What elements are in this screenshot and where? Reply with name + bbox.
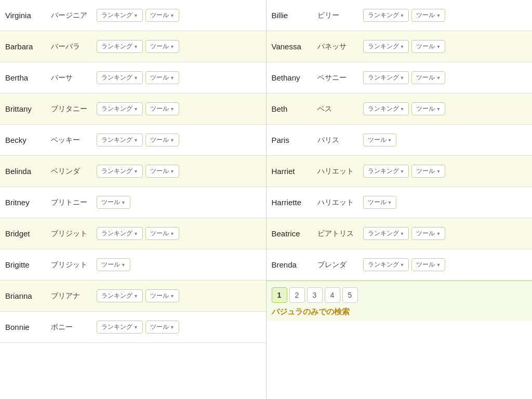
dropdown-arrow: ▼ <box>388 138 392 143</box>
dropdown-arrow: ▼ <box>121 262 126 268</box>
japanese-name: ハリエット <box>317 198 359 207</box>
ranking-button[interactable]: ランキング ▼ <box>363 9 409 22</box>
button-group: ランキング ▼ツール ▼ <box>97 40 179 53</box>
tool-button[interactable]: ツール ▼ <box>97 196 130 209</box>
japanese-name: ベリンダ <box>51 167 92 176</box>
dropdown-arrow: ▼ <box>436 13 441 18</box>
english-name: Britney <box>5 198 47 207</box>
tool-button[interactable]: ツール ▼ <box>363 196 397 209</box>
ranking-button[interactable]: ランキング ▼ <box>97 102 143 115</box>
dropdown-arrow: ▼ <box>134 294 138 299</box>
tool-button[interactable]: ツール ▼ <box>145 227 179 240</box>
tool-button[interactable]: ツール ▼ <box>411 165 445 178</box>
table-row: Britneyブリトニーツール ▼ <box>0 187 266 218</box>
dropdown-arrow: ▼ <box>436 107 441 112</box>
ranking-button[interactable]: ランキング ▼ <box>97 71 143 84</box>
english-name: Brittany <box>5 104 47 113</box>
button-group: ランキング ▼ツール ▼ <box>97 71 179 84</box>
dropdown-arrow: ▼ <box>388 200 392 205</box>
japanese-name: ベッキー <box>51 136 92 145</box>
japanese-name: ベサニー <box>317 73 359 83</box>
dropdown-arrow: ▼ <box>170 325 175 330</box>
ranking-button[interactable]: ランキング ▼ <box>363 165 409 178</box>
pagination: 12345 <box>272 287 527 303</box>
japanese-name: バージニア <box>51 11 92 20</box>
button-group: ランキング ▼ツール ▼ <box>97 289 179 302</box>
dropdown-arrow: ▼ <box>170 294 175 299</box>
dropdown-arrow: ▼ <box>400 107 405 112</box>
dropdown-arrow: ▼ <box>134 44 138 49</box>
pagination-area: 12345バジュラのみでの検索 <box>267 281 533 321</box>
button-group: ランキング ▼ツール ▼ <box>97 9 179 22</box>
page-button[interactable]: 3 <box>307 287 323 303</box>
button-group: ランキング ▼ツール ▼ <box>97 321 179 334</box>
ranking-button[interactable]: ランキング ▼ <box>97 227 143 240</box>
tool-button[interactable]: ツール ▼ <box>145 165 179 178</box>
table-row: Briannaブリアナランキング ▼ツール ▼ <box>0 281 266 312</box>
dropdown-arrow: ▼ <box>170 44 175 49</box>
table-row: Harrietteハリエットツール ▼ <box>267 187 533 218</box>
table-row: Beckyベッキーランキング ▼ツール ▼ <box>0 125 266 156</box>
dropdown-arrow: ▼ <box>400 231 405 236</box>
table-row: Bridgetブリジットランキング ▼ツール ▼ <box>0 218 266 249</box>
table-row: Beatriceビアトリスランキング ▼ツール ▼ <box>267 218 533 249</box>
tool-button[interactable]: ツール ▼ <box>145 40 179 53</box>
ranking-button[interactable]: ランキング ▼ <box>97 9 143 22</box>
tool-button[interactable]: ツール ▼ <box>145 71 179 84</box>
ranking-button[interactable]: ランキング ▼ <box>363 227 409 240</box>
tool-button[interactable]: ツール ▼ <box>145 134 179 147</box>
english-name: Beatrice <box>272 229 313 238</box>
page-button[interactable]: 4 <box>325 287 340 303</box>
english-name: Becky <box>5 136 47 144</box>
dropdown-arrow: ▼ <box>400 262 405 268</box>
ranking-button[interactable]: ランキング ▼ <box>363 102 409 115</box>
dropdown-arrow: ▼ <box>121 200 126 205</box>
dropdown-arrow: ▼ <box>134 13 138 18</box>
tool-button[interactable]: ツール ▼ <box>411 71 445 84</box>
japanese-name: バーバラ <box>51 42 92 51</box>
japanese-name: バーサ <box>51 73 92 83</box>
button-group: ランキング ▼ツール ▼ <box>363 9 446 22</box>
dropdown-arrow: ▼ <box>436 262 441 268</box>
english-name: Brigitte <box>5 260 47 269</box>
tool-button[interactable]: ツール ▼ <box>145 321 179 334</box>
japanese-name: バネッサ <box>317 42 359 51</box>
tool-button[interactable]: ツール ▼ <box>411 40 445 53</box>
ranking-button[interactable]: ランキング ▼ <box>97 289 143 302</box>
search-hint: バジュラのみでの検索 <box>272 307 527 317</box>
table-row: Billieビリーランキング ▼ツール ▼ <box>267 0 533 31</box>
tool-button[interactable]: ツール ▼ <box>145 102 179 115</box>
dropdown-arrow: ▼ <box>400 169 405 174</box>
tool-button[interactable]: ツール ▼ <box>411 9 445 22</box>
english-name: Bonnie <box>5 323 47 331</box>
button-group: ランキング ▼ツール ▼ <box>97 134 179 147</box>
tool-button[interactable]: ツール ▼ <box>97 258 130 271</box>
button-group: ランキング ▼ツール ▼ <box>97 165 179 178</box>
japanese-name: ビアトリス <box>317 229 359 238</box>
tool-button[interactable]: ツール ▼ <box>411 227 445 240</box>
ranking-button[interactable]: ランキング ▼ <box>363 40 409 53</box>
tool-button[interactable]: ツール ▼ <box>145 9 179 22</box>
english-name: Barbara <box>5 42 47 51</box>
tool-button[interactable]: ツール ▼ <box>145 289 179 302</box>
japanese-name: ブリジット <box>51 260 92 270</box>
english-name: Brenda <box>272 260 313 269</box>
tool-button[interactable]: ツール ▼ <box>363 134 397 147</box>
page-button[interactable]: 5 <box>342 287 358 303</box>
page-button[interactable]: 2 <box>289 287 305 303</box>
ranking-button[interactable]: ランキング ▼ <box>97 134 143 147</box>
button-group: ランキング ▼ツール ▼ <box>363 71 446 84</box>
main-container: Virginiaバージニアランキング ▼ツール ▼Barbaraバーバラランキン… <box>0 0 532 399</box>
ranking-button[interactable]: ランキング ▼ <box>97 165 143 178</box>
dropdown-arrow: ▼ <box>436 44 441 49</box>
ranking-button[interactable]: ランキング ▼ <box>97 40 143 53</box>
table-row: Parisパリスツール ▼ <box>267 125 533 156</box>
english-name: Paris <box>272 136 313 144</box>
tool-button[interactable]: ツール ▼ <box>411 258 445 271</box>
ranking-button[interactable]: ランキング ▼ <box>363 71 409 84</box>
page-button[interactable]: 1 <box>272 287 287 303</box>
dropdown-arrow: ▼ <box>436 231 441 236</box>
ranking-button[interactable]: ランキング ▼ <box>363 258 409 271</box>
tool-button[interactable]: ツール ▼ <box>411 102 445 115</box>
ranking-button[interactable]: ランキング ▼ <box>97 321 143 334</box>
